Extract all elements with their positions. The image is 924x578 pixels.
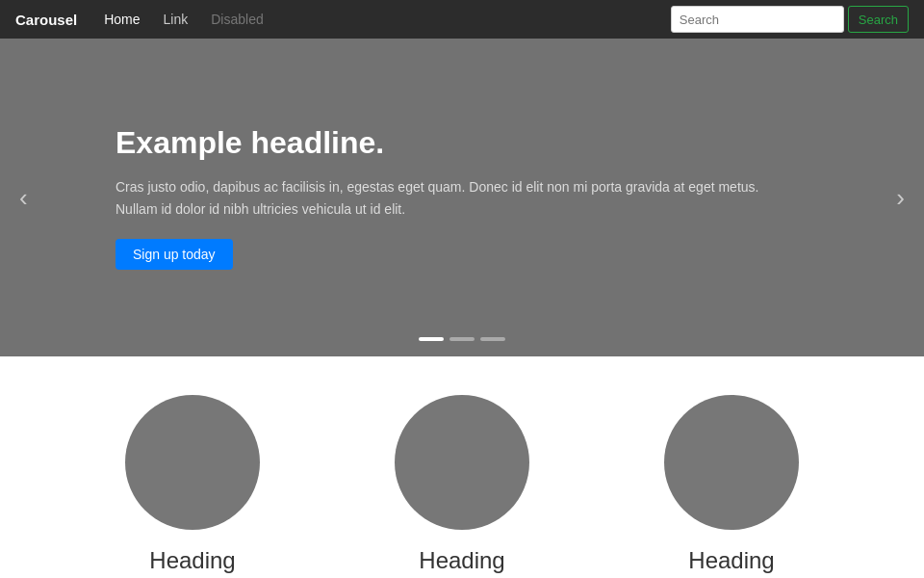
nav-link-disabled: Disabled <box>199 0 274 39</box>
col-heading-2: Heading <box>419 547 504 574</box>
carousel-indicators <box>419 337 505 341</box>
carousel-indicator-2[interactable] <box>449 337 475 341</box>
carousel: ‹ Example headline. Cras justo odio, dap… <box>0 39 924 356</box>
circle-image-1 <box>125 395 260 530</box>
search-button[interactable]: Search <box>848 6 909 33</box>
content-col-3: Heading Donec sed odio dui. Cras justo o… <box>597 395 866 578</box>
carousel-prev-button[interactable]: ‹ <box>6 173 41 223</box>
carousel-next-button[interactable]: › <box>883 173 918 223</box>
content-section: Heading Donec sed odio dui. Etiam porta … <box>0 356 924 578</box>
navbar-brand[interactable]: Carousel <box>15 12 77 28</box>
col-heading-3: Heading <box>688 547 774 574</box>
col-heading-1: Heading <box>149 547 235 574</box>
circle-image-3 <box>664 395 799 530</box>
carousel-indicator-3[interactable] <box>480 337 505 341</box>
nav-link-link[interactable]: Link <box>152 0 200 39</box>
carousel-text: Cras justo odio, dapibus ac facilisis in… <box>116 176 770 220</box>
carousel-cta-button[interactable]: Sign up today <box>116 239 233 270</box>
nav-link-home[interactable]: Home <box>92 0 151 39</box>
carousel-indicator-1[interactable] <box>419 337 444 341</box>
search-area: Search <box>671 6 909 33</box>
content-col-2: Heading Duis mollis, est non commodo luc… <box>327 395 597 578</box>
search-input[interactable] <box>671 6 844 33</box>
carousel-content: Example headline. Cras justo odio, dapib… <box>0 125 924 270</box>
content-col-1: Heading Donec sed odio dui. Etiam porta … <box>58 395 327 578</box>
carousel-headline: Example headline. <box>116 125 808 161</box>
navbar: Carousel Home Link Disabled Search <box>0 0 924 39</box>
circle-image-2 <box>395 395 529 530</box>
